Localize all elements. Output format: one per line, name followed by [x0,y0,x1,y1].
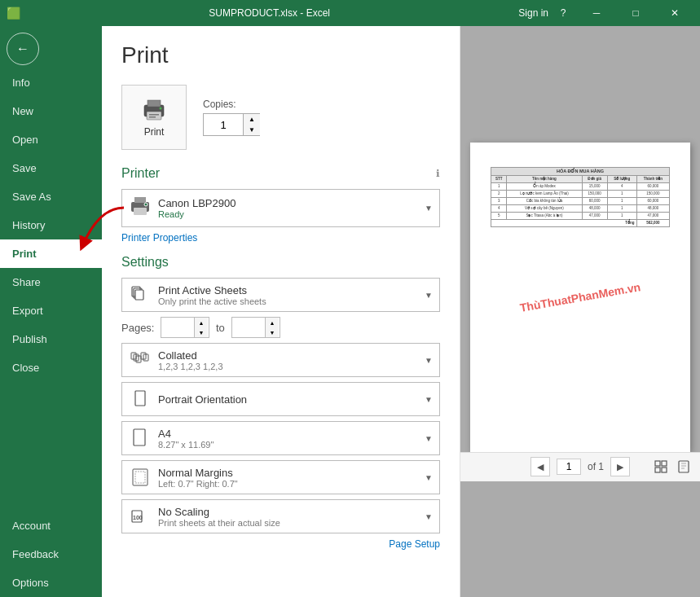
paper-size-icon-svg [131,428,149,448]
close-button[interactable]: ✕ [656,0,693,26]
svg-rect-3 [147,112,161,120]
orientation-dropdown-arrow: ▼ [425,395,433,404]
preview-col-name: Tên mặt hàng [507,175,582,182]
orientation-text: Portrait Orientation [158,393,418,406]
titlebar: 🟩 SUMPRODUCT.xlsx - Excel Sign in ? ─ □ … [0,0,700,26]
pages-from-input[interactable] [161,318,194,337]
sidebar-item-export[interactable]: Export [0,296,102,325]
margins-icon [129,466,152,489]
printer-properties-link[interactable]: Printer Properties [121,232,440,244]
pages-row: Pages: ▲ ▼ to ▲ ▼ [121,317,440,338]
print-btn-label: Print [144,126,165,138]
restore-button[interactable]: □ [617,0,654,26]
fit-page-button[interactable] [674,457,693,476]
printer-selector[interactable]: Canon LBP2900 Ready ▼ [121,189,440,227]
svg-point-6 [160,108,162,110]
svg-rect-27 [655,468,660,472]
pages-from-down[interactable]: ▼ [195,327,208,337]
preview-row-1: 1Ổn áp Modex15,000460,000 [491,182,670,190]
back-button[interactable]: ← [7,33,39,65]
printer-status: Ready [158,209,418,219]
printer-section-title: Printer ℹ [121,166,440,181]
pages-from-up[interactable]: ▲ [195,318,208,327]
collated-main: Collated [158,349,418,362]
sign-in-button[interactable]: Sign in [518,7,548,19]
pages-to-up[interactable]: ▲ [266,318,279,327]
sidebar-item-close[interactable]: Close [0,353,102,382]
sidebar-item-info[interactable]: Info [0,68,102,97]
svg-rect-8 [134,197,146,203]
printer-icon [141,97,167,123]
sidebar-item-save[interactable]: Save [0,154,102,182]
svg-point-10 [144,203,147,206]
prev-page-button[interactable]: ◀ [531,457,550,476]
page-number-input[interactable] [557,459,581,475]
print-button[interactable]: Print [121,85,187,150]
preview-row-3: 3Cốc bia không tàn lửa60,000160,000 [491,197,670,204]
sidebar-item-options[interactable]: Options [0,568,102,597]
collated-icon-svg [130,350,150,370]
preview-row-4: 4Vớ sợi cây bê (Nguyen)48,000148,000 [491,204,670,212]
pages-to-wrap: ▲ ▼ [231,317,280,338]
svg-rect-4 [149,114,159,116]
collated-text: Collated 1,2,3 1,2,3 1,2,3 [158,349,418,371]
sidebar-item-feedback[interactable]: Feedback [0,540,102,568]
fit-sheet-button[interactable] [651,457,671,476]
titlebar-title: SUMPRODUCT.xlsx - Excel [20,7,518,19]
sidebar-item-share[interactable]: Share [0,268,102,296]
sidebar-item-new[interactable]: New [0,97,102,125]
svg-rect-5 [149,116,156,118]
active-sheets-dropdown-arrow: ▼ [425,291,433,300]
preview-col-total: Thành tiền [636,175,669,182]
sidebar-item-open[interactable]: Open [0,125,102,154]
next-page-button[interactable]: ▶ [610,457,630,476]
margins-setting[interactable]: Normal Margins Left: 0.7" Right: 0.7" ▼ [121,460,440,494]
copies-input[interactable] [204,116,243,134]
margins-text: Normal Margins Left: 0.7" Right: 0.7" [158,467,418,489]
help-button[interactable]: ? [555,7,571,19]
page-setup-link[interactable]: Page Setup [121,538,440,550]
orientation-icon-svg [131,389,149,409]
printer-device-icon [129,195,152,222]
pages-to-down[interactable]: ▼ [266,327,279,337]
page-title: Print [121,42,440,68]
minimize-button[interactable]: ─ [578,0,615,26]
watermark: ThùThuatPhanMem.vn [519,280,642,314]
margins-icon-svg [131,468,149,487]
margins-dropdown-arrow: ▼ [425,473,433,482]
svg-rect-22 [135,472,145,483]
printer-info-icon[interactable]: ℹ [436,168,440,179]
printer-info: Canon LBP2900 Ready [158,197,418,219]
scaling-icon: 100 [129,505,152,528]
paper-size-icon [129,427,152,450]
sidebar-item-history[interactable]: History [0,211,102,239]
paper-size-setting[interactable]: A4 8.27" x 11.69" ▼ [121,421,440,455]
printer-device-svg [129,195,152,217]
scaling-dropdown-arrow: ▼ [425,512,433,521]
fit-sheet-icon [654,460,667,473]
pages-to-input[interactable] [232,318,265,337]
copies-input-wrap: ▲ ▼ [203,113,260,136]
active-sheets-main: Print Active Sheets [158,284,418,296]
copies-up-button[interactable]: ▲ [244,114,260,125]
preview-table-title: HÓA ĐƠN MUA HÀNG [491,167,670,175]
sidebar-item-print[interactable]: Print [0,239,102,268]
svg-rect-26 [662,461,667,466]
copies-down-button[interactable]: ▼ [244,125,260,135]
sidebar-item-save-as[interactable]: Save As [0,182,102,211]
collated-sub: 1,2,3 1,2,3 1,2,3 [158,362,418,371]
titlebar-left: 🟩 [7,7,20,20]
preview-col-qty: Số lượng [607,175,636,182]
svg-rect-20 [134,429,145,446]
printer-dropdown-arrow: ▼ [425,204,433,213]
print-top-row: Print Copies: ▲ ▼ [121,85,440,150]
pages-label: Pages: [121,322,154,334]
orientation-setting[interactable]: Portrait Orientation ▼ [121,382,440,416]
print-active-sheets-setting[interactable]: Print Active Sheets Only print the activ… [121,278,440,312]
active-sheets-sub: Only print the active sheets [158,296,418,306]
sidebar-item-publish[interactable]: Publish [0,325,102,353]
sidebar-item-account[interactable]: Account [0,511,102,540]
collated-setting[interactable]: Collated 1,2,3 1,2,3 1,2,3 ▼ [121,343,440,377]
scaling-setting[interactable]: 100 No Scaling Print sheets at their act… [121,499,440,533]
pages-to-label: to [216,322,225,334]
